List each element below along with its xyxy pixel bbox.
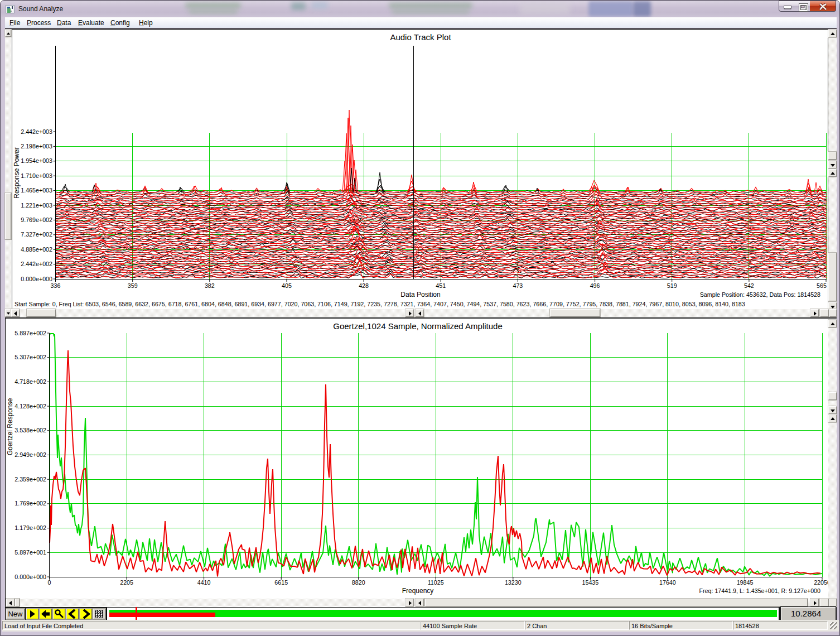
svg-text:451: 451 <box>436 282 446 289</box>
svg-text:1.465e+003: 1.465e+003 <box>21 187 52 194</box>
svg-text:4.128e+002: 4.128e+002 <box>15 403 46 409</box>
svg-text:473: 473 <box>513 282 523 289</box>
svg-text:Start Sample: 0, Freq List: 65: Start Sample: 0, Freq List: 6503, 6546, … <box>15 301 745 307</box>
svg-text:428: 428 <box>359 282 369 289</box>
svg-text:4.885e+002: 4.885e+002 <box>21 246 52 253</box>
svg-text:359: 359 <box>128 282 138 289</box>
svg-text:Frequency: Frequency <box>402 587 434 595</box>
svg-text:8820: 8820 <box>352 579 365 586</box>
svg-text:9.769e+002: 9.769e+002 <box>21 216 52 223</box>
svg-text:1.710e+003: 1.710e+003 <box>21 172 52 179</box>
svg-text:15435: 15435 <box>582 579 599 586</box>
svg-text:5.897e+001: 5.897e+001 <box>15 549 46 556</box>
svg-text:Response Power: Response Power <box>13 147 21 198</box>
svg-text:11025: 11025 <box>428 579 444 586</box>
svg-text:2.949e+002: 2.949e+002 <box>15 451 46 458</box>
svg-text:2.198e+003: 2.198e+003 <box>21 143 52 150</box>
svg-text:5.307e+002: 5.307e+002 <box>15 354 46 360</box>
svg-text:2.359e+002: 2.359e+002 <box>15 476 46 483</box>
svg-text:382: 382 <box>205 282 215 289</box>
svg-text:7.327e+002: 7.327e+002 <box>21 231 52 238</box>
svg-text:496: 496 <box>590 282 600 289</box>
svg-text:19845: 19845 <box>737 579 754 586</box>
svg-text:17640: 17640 <box>659 579 676 586</box>
svg-text:Audio Track Plot: Audio Track Plot <box>390 32 451 42</box>
svg-text:3.538e+002: 3.538e+002 <box>15 427 46 433</box>
svg-text:Data Position: Data Position <box>400 291 440 298</box>
svg-text:Freq: 17441.9, L: 1.435e+001,: Freq: 17441.9, L: 1.435e+001, R: 9.127e+… <box>699 587 821 594</box>
svg-text:0.000e+000: 0.000e+000 <box>21 276 52 282</box>
svg-text:13230: 13230 <box>505 579 522 586</box>
svg-text:5.897e+002: 5.897e+002 <box>15 330 46 336</box>
svg-text:Goertzel Response: Goertzel Response <box>6 398 14 455</box>
svg-text:519: 519 <box>667 282 677 289</box>
svg-text:0: 0 <box>48 579 51 586</box>
svg-text:Sample Position: 453632, Data: Sample Position: 453632, Data Pos: 18145… <box>700 291 820 298</box>
svg-text:6615: 6615 <box>274 579 288 586</box>
svg-text:0.000e+000: 0.000e+000 <box>15 574 46 580</box>
svg-text:542: 542 <box>744 282 754 289</box>
svg-text:565: 565 <box>817 282 827 289</box>
svg-text:336: 336 <box>51 282 61 289</box>
svg-text:1.221e+003: 1.221e+003 <box>21 202 52 209</box>
svg-text:1.179e+002: 1.179e+002 <box>15 524 46 531</box>
svg-text:4410: 4410 <box>197 579 211 586</box>
svg-text:2.442e+002: 2.442e+002 <box>21 261 52 267</box>
svg-text:2.442e+003: 2.442e+003 <box>21 128 52 135</box>
svg-text:4.718e+002: 4.718e+002 <box>15 378 46 385</box>
svg-text:405: 405 <box>282 282 292 289</box>
svg-text:1.769e+002: 1.769e+002 <box>15 500 46 507</box>
svg-text:1.954e+003: 1.954e+003 <box>21 157 52 164</box>
svg-text:Goertzel,1024 Sample, Normaliz: Goertzel,1024 Sample, Normalized Amplitu… <box>333 321 503 331</box>
svg-text:2205: 2205 <box>120 579 133 586</box>
